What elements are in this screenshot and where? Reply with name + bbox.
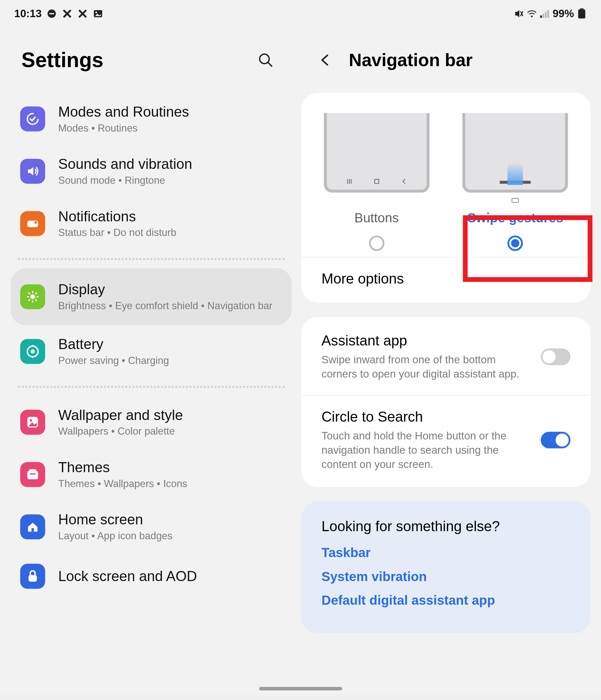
settings-item-sub: Sound mode • Ringtone xyxy=(58,175,192,187)
looking-link[interactable]: Taskbar xyxy=(321,546,571,561)
svg-rect-25 xyxy=(375,179,379,183)
divider xyxy=(18,386,285,388)
svg-point-11 xyxy=(260,54,269,64)
lock-icon xyxy=(20,564,45,589)
gestures-radio[interactable] xyxy=(508,235,523,251)
looking-title: Looking for something else? xyxy=(321,518,571,535)
svg-rect-8 xyxy=(547,10,549,18)
chevron-left-icon xyxy=(319,53,332,67)
settings-item-lock[interactable]: Lock screen and AOD xyxy=(14,553,288,600)
gestures-preview xyxy=(463,113,568,193)
looking-link[interactable]: Default digital assistant app xyxy=(321,593,571,608)
svg-rect-21 xyxy=(29,469,36,472)
settings-item-battery[interactable]: BatteryPower saving • Charging xyxy=(14,325,288,378)
settings-item-sub: Themes • Wallpapers • Icons xyxy=(58,478,187,490)
toggle-row[interactable]: Circle to SearchTouch and hold the Home … xyxy=(301,395,591,485)
more-options-label: More options xyxy=(321,271,404,287)
back-nav-icon xyxy=(400,178,407,185)
svg-point-4 xyxy=(531,16,533,17)
settings-item-title: Wallpaper and style xyxy=(58,407,183,423)
settings-item-sub: Modes • Routines xyxy=(58,123,189,134)
svg-rect-1 xyxy=(49,13,54,14)
settings-item-sub: Brightness • Eye comfort shield • Naviga… xyxy=(58,300,273,312)
dnd-icon xyxy=(46,8,57,19)
wallpaper-icon xyxy=(20,410,45,434)
toggle-switch[interactable] xyxy=(541,349,571,365)
phone-shell: 10:13 99% Settings Modes and RoutinesMod… xyxy=(0,0,601,694)
battery-percent: 99% xyxy=(552,7,574,20)
status-right: 99% xyxy=(513,7,587,20)
nav-type-card: Buttons Swipe gestures More xyxy=(301,93,591,303)
svg-rect-7 xyxy=(545,12,547,18)
toggle-sub: Swipe inward from one of the bottom corn… xyxy=(321,353,530,381)
search-button[interactable] xyxy=(253,47,279,73)
gesture-home-indicator-icon xyxy=(512,198,519,203)
settings-item-title: Display xyxy=(58,281,273,298)
settings-item-title: Themes xyxy=(58,459,187,476)
nav-type-buttons[interactable]: Buttons xyxy=(313,113,440,251)
nav-type-gestures[interactable]: Swipe gestures xyxy=(452,113,579,251)
svg-rect-10 xyxy=(578,9,585,19)
search-icon xyxy=(257,52,274,68)
battery-icon xyxy=(20,339,45,364)
svg-rect-2 xyxy=(94,10,102,17)
navbar-pane: Navigation bar Buttons xyxy=(294,27,601,694)
settings-list: Modes and RoutinesModes • RoutinesSounds… xyxy=(14,93,288,599)
themes-icon xyxy=(20,462,45,487)
svg-point-17 xyxy=(31,349,35,354)
navbar-header: Navigation bar xyxy=(301,27,591,93)
svg-point-3 xyxy=(96,12,98,14)
signal-icon xyxy=(540,8,550,19)
looking-link[interactable]: System vibration xyxy=(321,569,571,585)
settings-item-sub: Power saving • Charging xyxy=(58,355,169,367)
settings-item-title: Modes and Routines xyxy=(58,103,189,120)
back-button[interactable] xyxy=(314,49,336,71)
toggle-title: Assistant app xyxy=(321,332,530,349)
settings-item-sub: Status bar • Do not disturb xyxy=(58,227,177,239)
nav-type-row: Buttons Swipe gestures xyxy=(301,95,591,257)
settings-item-wallpaper[interactable]: Wallpaper and styleWallpapers • Color pa… xyxy=(14,396,288,448)
home-icon xyxy=(373,178,380,185)
x-icon-2 xyxy=(77,8,88,19)
bottom-handle[interactable] xyxy=(259,687,342,690)
settings-item-display[interactable]: DisplayBrightness • Eye comfort shield •… xyxy=(11,268,292,325)
battery-icon xyxy=(576,8,587,19)
divider xyxy=(18,258,285,260)
settings-item-sub: Wallpapers • Color palette xyxy=(58,426,183,438)
settings-item-notif[interactable]: NotificationsStatus bar • Do not disturb xyxy=(14,197,288,250)
svg-rect-20 xyxy=(27,471,38,479)
recent-icon xyxy=(346,178,353,185)
home-icon xyxy=(20,514,45,539)
buttons-label: Buttons xyxy=(354,211,399,226)
toggle-title: Circle to Search xyxy=(321,408,530,425)
toggle-sub: Touch and hold the Home button or the na… xyxy=(321,428,530,472)
settings-item-modes[interactable]: Modes and RoutinesModes • Routines xyxy=(14,93,288,145)
settings-item-home[interactable]: Home screenLayout • App icon badges xyxy=(14,501,288,553)
status-time: 10:13 xyxy=(14,7,42,20)
buttons-radio[interactable] xyxy=(369,235,384,251)
settings-item-title: Sounds and vibration xyxy=(58,156,192,172)
svg-rect-6 xyxy=(542,14,544,18)
modes-icon xyxy=(20,106,45,131)
more-options-row[interactable]: More options xyxy=(301,257,591,300)
toggle-switch[interactable] xyxy=(541,432,571,448)
svg-rect-23 xyxy=(31,528,34,531)
settings-item-sound[interactable]: Sounds and vibrationSound mode • Rington… xyxy=(14,145,288,197)
looking-card: Looking for something else? TaskbarSyste… xyxy=(301,502,591,633)
x-icon xyxy=(62,8,73,19)
svg-point-14 xyxy=(34,221,37,224)
content-split: Settings Modes and RoutinesModes • Routi… xyxy=(0,27,601,694)
settings-item-title: Notifications xyxy=(58,208,177,225)
image-icon xyxy=(93,8,103,19)
gesture-thumb-icon xyxy=(508,162,523,185)
settings-pane: Settings Modes and RoutinesModes • Routi… xyxy=(0,27,294,694)
mute-icon xyxy=(513,8,524,19)
navbar-title: Navigation bar xyxy=(349,50,472,70)
status-left: 10:13 xyxy=(14,7,103,20)
status-bar: 10:13 99% xyxy=(0,0,601,27)
svg-rect-24 xyxy=(28,575,37,581)
toggle-row[interactable]: Assistant appSwipe inward from one of th… xyxy=(301,319,591,394)
settings-item-themes[interactable]: ThemesThemes • Wallpapers • Icons xyxy=(14,449,288,501)
svg-rect-22 xyxy=(30,473,35,475)
settings-header: Settings xyxy=(14,27,288,93)
